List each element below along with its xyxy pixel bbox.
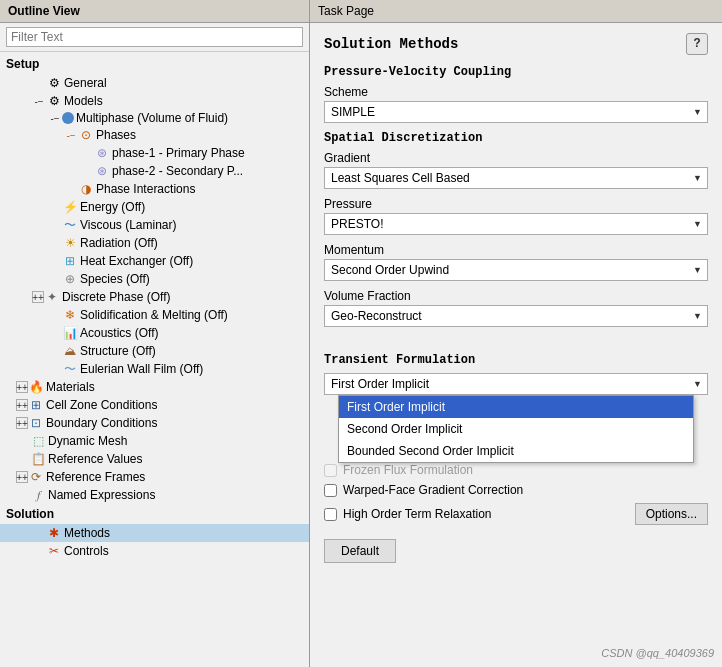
tree-item-boundary[interactable]: + ⊡ Boundary Conditions (0, 414, 309, 432)
tree-item-dynamic[interactable]: ⬚ Dynamic Mesh (0, 432, 309, 450)
tree-label-boundary: Boundary Conditions (46, 416, 157, 430)
tree-label-general: General (64, 76, 107, 90)
high-order-row: High Order Term Relaxation Options... (324, 503, 708, 525)
outline-panel: Outline View Setup ⚙ General − ⚙ Models (0, 0, 310, 667)
tree-item-species[interactable]: ⊕ Species (Off) (0, 270, 309, 288)
toggle-multiphase[interactable]: − (48, 111, 62, 125)
toggle-materials[interactable]: + (16, 381, 28, 393)
tree-label-methods: Methods (64, 526, 110, 540)
toggle-cellzone[interactable]: + (16, 399, 28, 411)
dropdown-item-first-order[interactable]: First Order Implicit (339, 396, 693, 418)
tree-item-acoustics[interactable]: 📊 Acoustics (Off) (0, 324, 309, 342)
tree-item-structure[interactable]: ⛰ Structure (Off) (0, 342, 309, 360)
scheme-select[interactable]: SIMPLE (324, 101, 708, 123)
pressure-label: Pressure (324, 197, 708, 211)
materials-icon: 🔥 (28, 379, 44, 395)
warped-face-label: Warped-Face Gradient Correction (343, 483, 523, 497)
tree-item-named[interactable]: 𝑓 Named Expressions (0, 486, 309, 504)
tree-item-phaseint[interactable]: ◑ Phase Interactions (0, 180, 309, 198)
tree-label-named: Named Expressions (48, 488, 155, 502)
gear-icon: ⚙ (46, 75, 62, 91)
toggle-phases[interactable]: − (64, 128, 78, 142)
filter-box (0, 23, 309, 52)
tree-item-discrete[interactable]: + ✦ Discrete Phase (Off) (0, 288, 309, 306)
tree-label-cellzone: Cell Zone Conditions (46, 398, 157, 412)
help-button[interactable]: ? (686, 33, 708, 55)
tree-label-phaseint: Phase Interactions (96, 182, 195, 196)
dynamic-icon: ⬚ (30, 433, 46, 449)
viscous-icon: 〜 (62, 217, 78, 233)
tree-item-solidification[interactable]: ❄ Solidification & Melting (Off) (0, 306, 309, 324)
pressure-select[interactable]: PRESTO! (324, 213, 708, 235)
tree-item-radiation[interactable]: ☀ Radiation (Off) (0, 234, 309, 252)
warped-face-checkbox[interactable] (324, 484, 337, 497)
spatial-discretization-title: Spatial Discretization (324, 131, 708, 145)
tree-item-methods[interactable]: ✱ Methods (0, 524, 309, 542)
volume-fraction-select[interactable]: Geo-Reconstruct (324, 305, 708, 327)
toggle-boundary[interactable]: + (16, 417, 28, 429)
transient-select[interactable]: First Order Implicit (324, 373, 708, 395)
scheme-group: Scheme SIMPLE (324, 85, 708, 123)
setup-header: Setup (0, 54, 309, 74)
tree-item-viscous[interactable]: 〜 Viscous (Laminar) (0, 216, 309, 234)
tree-item-cellzone[interactable]: + ⊞ Cell Zone Conditions (0, 396, 309, 414)
tree-item-models[interactable]: − ⚙ Models (0, 92, 309, 110)
toggle-discrete[interactable]: + (32, 291, 44, 303)
tree-item-phase1[interactable]: ⊛ phase-1 - Primary Phase (0, 144, 309, 162)
gradient-select-wrapper: Least Squares Cell Based (324, 167, 708, 189)
transient-dropdown: First Order Implicit Second Order Implic… (338, 395, 694, 463)
momentum-select[interactable]: Second Order Upwind (324, 259, 708, 281)
acoustics-icon: 📊 (62, 325, 78, 341)
tree-item-energy[interactable]: ⚡ Energy (Off) (0, 198, 309, 216)
tree-label-phase2: phase-2 - Secondary P... (112, 164, 243, 178)
dropdown-item-bounded[interactable]: Bounded Second Order Implicit (339, 440, 693, 462)
filter-input[interactable] (6, 27, 303, 47)
pressure-velocity-title: Pressure-Velocity Coupling (324, 65, 708, 79)
toggle-refframe[interactable]: + (16, 471, 28, 483)
gradient-select[interactable]: Least Squares Cell Based (324, 167, 708, 189)
phaseint-icon: ◑ (78, 181, 94, 197)
momentum-select-wrapper: Second Order Upwind (324, 259, 708, 281)
tree-item-phases[interactable]: − ⊙ Phases (0, 126, 309, 144)
tree-label-discrete: Discrete Phase (Off) (62, 290, 170, 304)
tree-item-materials[interactable]: + 🔥 Materials (0, 378, 309, 396)
frozen-flux-row: Frozen Flux Formulation (324, 463, 708, 477)
tree-item-multiphase[interactable]: − Multiphase (Volume of Fluid) (0, 110, 309, 126)
tree-label-materials: Materials (46, 380, 95, 394)
watermark: CSDN @qq_40409369 (601, 647, 714, 659)
tree-label-euler: Eulerian Wall Film (Off) (80, 362, 203, 376)
solution-header: Solution (0, 504, 309, 524)
controls-icon: ✂ (46, 543, 62, 559)
tree-label-species: Species (Off) (80, 272, 150, 286)
transient-title: Transient Formulation (324, 353, 708, 367)
tree-item-refframe[interactable]: + ⟳ Reference Frames (0, 468, 309, 486)
default-button[interactable]: Default (324, 539, 396, 563)
tree-item-heat[interactable]: ⊞ Heat Exchanger (Off) (0, 252, 309, 270)
momentum-group: Momentum Second Order Upwind (324, 243, 708, 281)
tree-item-refval[interactable]: 📋 Reference Values (0, 450, 309, 468)
high-order-checkbox[interactable] (324, 508, 337, 521)
tree-item-general[interactable]: ⚙ General (0, 74, 309, 92)
volume-fraction-label: Volume Fraction (324, 289, 708, 303)
named-icon: 𝑓 (30, 487, 46, 503)
cellzone-icon: ⊞ (28, 397, 44, 413)
dropdown-item-second-order[interactable]: Second Order Implicit (339, 418, 693, 440)
volume-fraction-select-wrapper: Geo-Reconstruct (324, 305, 708, 327)
refval-icon: 📋 (30, 451, 46, 467)
scheme-select-wrapper: SIMPLE (324, 101, 708, 123)
models-icon: ⚙ (46, 93, 62, 109)
tree-item-phase2[interactable]: ⊛ phase-2 - Secondary P... (0, 162, 309, 180)
phases-icon: ⊙ (78, 127, 94, 143)
task-title-bar: Task Page (310, 0, 722, 23)
tree-item-euler[interactable]: 〜 Eulerian Wall Film (Off) (0, 360, 309, 378)
tree-label-models: Models (64, 94, 103, 108)
tree-item-controls[interactable]: ✂ Controls (0, 542, 309, 560)
discrete-icon: ✦ (44, 289, 60, 305)
tree-label-energy: Energy (Off) (80, 200, 145, 214)
gradient-group: Gradient Least Squares Cell Based (324, 151, 708, 189)
tree-label-refval: Reference Values (48, 452, 143, 466)
frozen-flux-checkbox[interactable] (324, 464, 337, 477)
toggle-models[interactable]: − (32, 94, 46, 108)
options-button[interactable]: Options... (635, 503, 708, 525)
tree-label-controls: Controls (64, 544, 109, 558)
